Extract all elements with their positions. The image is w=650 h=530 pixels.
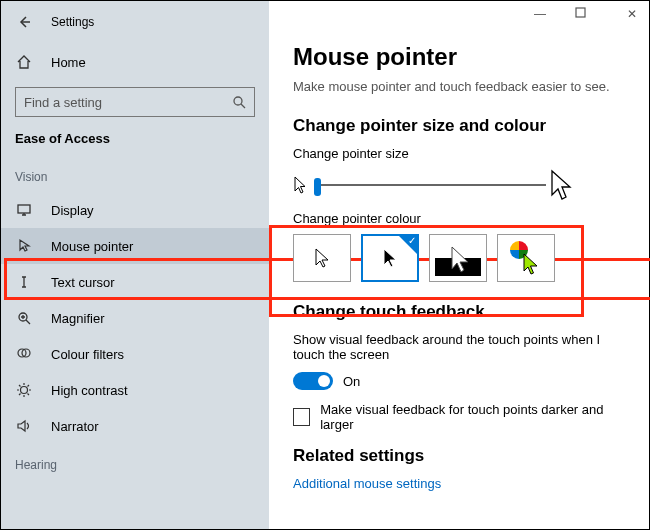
- magnifier-icon: [15, 310, 33, 326]
- home-nav[interactable]: Home: [1, 45, 269, 79]
- related-heading: Related settings: [293, 446, 625, 466]
- svg-rect-6: [576, 8, 585, 17]
- check-icon: ✓: [408, 235, 416, 246]
- colour-option-black[interactable]: ✓: [361, 234, 419, 282]
- sidebar: Settings Home Find a setting Ease of Acc…: [1, 1, 269, 529]
- window-title: Settings: [51, 15, 94, 29]
- display-icon: [15, 202, 33, 218]
- touch-desc: Show visual feedback around the touch po…: [293, 332, 625, 362]
- colour-option-white[interactable]: [293, 234, 351, 282]
- sidebar-item-label: Narrator: [51, 419, 99, 434]
- sidebar-item-high-contrast[interactable]: High contrast: [1, 372, 269, 408]
- size-label: Change pointer size: [293, 146, 625, 161]
- sidebar-item-display[interactable]: Display: [1, 192, 269, 228]
- sidebar-item-label: Text cursor: [51, 275, 115, 290]
- svg-rect-1: [18, 205, 30, 213]
- section-title: Ease of Access: [1, 125, 269, 156]
- colour-option-inverted[interactable]: [429, 234, 487, 282]
- home-icon: [15, 54, 33, 70]
- touch-heading: Change touch feedback: [293, 302, 625, 322]
- cursor-small-icon: [293, 175, 308, 195]
- slider-thumb[interactable]: [314, 178, 321, 196]
- close-button[interactable]: ✕: [621, 7, 643, 21]
- svg-point-5: [21, 387, 28, 394]
- sidebar-item-label: Display: [51, 203, 94, 218]
- back-icon[interactable]: [15, 15, 33, 29]
- colour-label: Change pointer colour: [293, 211, 625, 226]
- size-colour-heading: Change pointer size and colour: [293, 116, 625, 136]
- svg-point-0: [234, 97, 242, 105]
- high-contrast-icon: [15, 382, 33, 398]
- cursor-large-icon: [549, 169, 573, 201]
- home-label: Home: [51, 55, 86, 70]
- sidebar-item-colour-filters[interactable]: Colour filters: [1, 336, 269, 372]
- colour-filters-icon: [15, 346, 33, 362]
- search-icon: [232, 95, 246, 109]
- page-title: Mouse pointer: [293, 43, 625, 71]
- group-hearing-label: Hearing: [1, 444, 269, 480]
- checkbox-label: Make visual feedback for touch points da…: [320, 402, 625, 432]
- pointer-size-slider[interactable]: [293, 169, 625, 201]
- search-input[interactable]: Find a setting: [15, 87, 255, 117]
- text-cursor-icon: [15, 274, 33, 290]
- maximize-button[interactable]: [575, 7, 597, 21]
- narrator-icon: [15, 418, 33, 434]
- sidebar-item-magnifier[interactable]: Magnifier: [1, 300, 269, 336]
- colour-option-custom[interactable]: [497, 234, 555, 282]
- sidebar-item-narrator[interactable]: Narrator: [1, 408, 269, 444]
- toggle-state-label: On: [343, 374, 360, 389]
- page-subtitle: Make mouse pointer and touch feedback ea…: [293, 79, 625, 94]
- darker-larger-checkbox[interactable]: [293, 408, 310, 426]
- additional-mouse-settings-link[interactable]: Additional mouse settings: [293, 476, 625, 491]
- search-placeholder: Find a setting: [24, 95, 102, 110]
- sidebar-item-text-cursor[interactable]: Text cursor: [1, 264, 269, 300]
- group-vision-label: Vision: [1, 156, 269, 192]
- mouse-pointer-icon: [15, 238, 33, 254]
- main-content: — ✕ Mouse pointer Make mouse pointer and…: [269, 1, 649, 529]
- minimize-button[interactable]: —: [529, 7, 551, 21]
- touch-feedback-toggle[interactable]: [293, 372, 333, 390]
- window-controls: — ✕: [529, 7, 643, 21]
- sidebar-item-label: Colour filters: [51, 347, 124, 362]
- sidebar-item-label: Magnifier: [51, 311, 104, 326]
- sidebar-item-mouse-pointer[interactable]: Mouse pointer: [1, 228, 269, 264]
- sidebar-item-label: High contrast: [51, 383, 128, 398]
- slider-track: [314, 184, 546, 186]
- title-bar: Settings: [1, 5, 269, 39]
- darker-larger-checkbox-row: Make visual feedback for touch points da…: [293, 402, 625, 432]
- touch-feedback-toggle-row: On: [293, 372, 625, 390]
- pointer-colour-options: ✓: [293, 234, 625, 282]
- sidebar-item-label: Mouse pointer: [51, 239, 133, 254]
